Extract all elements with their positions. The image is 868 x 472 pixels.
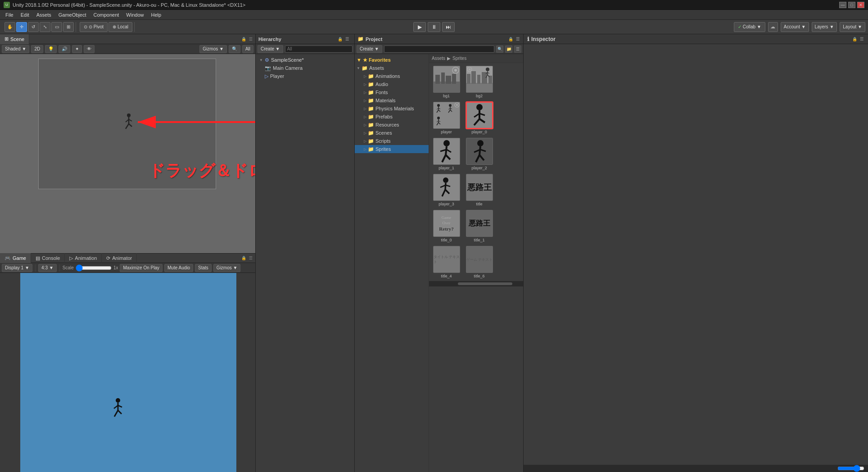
rotate-tool[interactable]: ↺ bbox=[28, 22, 39, 32]
tab-animation[interactable]: ▷ Animation bbox=[65, 253, 102, 263]
asset-title-4[interactable]: タイトル テキスト title_4 bbox=[432, 246, 461, 278]
hierarchy-menu-icon[interactable]: ☰ bbox=[344, 37, 350, 41]
tree-item-scripts[interactable]: ▷ 📁 Scripts bbox=[355, 137, 429, 145]
shaded-dropdown[interactable]: Shaded ▼ bbox=[2, 45, 29, 53]
gizmos-game-button[interactable]: Gizmos ▼ bbox=[213, 264, 241, 272]
filter-icon[interactable]: ☰ bbox=[514, 45, 521, 53]
scale-tool[interactable]: ⤡ bbox=[40, 22, 50, 32]
layout-dropdown[interactable]: Layout ▼ bbox=[840, 22, 865, 32]
scene-lock-icon[interactable]: 🔒 bbox=[240, 37, 247, 41]
tree-item-materials[interactable]: ▷ 📁 Materials bbox=[355, 96, 429, 104]
asset-title[interactable]: 悪路王 title bbox=[465, 174, 494, 206]
search-icon[interactable]: 🔍 bbox=[496, 45, 503, 53]
scale-value: 1x bbox=[113, 265, 118, 270]
scene-toolbar: Shaded ▼ 2D 💡 🔊 ✦ 👁 Gizmos ▼ 🔍 All bbox=[0, 44, 255, 54]
asset-player-1[interactable]: player_1 bbox=[432, 138, 461, 170]
cloud-button[interactable]: ☁ bbox=[768, 22, 778, 32]
asset-title-6[interactable]: ゲーム テキスト title_6 bbox=[465, 246, 494, 278]
menu-window[interactable]: Window bbox=[122, 11, 147, 18]
project-menu-icon[interactable]: ☰ bbox=[515, 37, 520, 41]
bottom-menu-icon[interactable]: ☰ bbox=[248, 256, 253, 260]
tree-item-physics-materials[interactable]: ▷ 📁 Physics Materials bbox=[355, 104, 429, 113]
gizmos-game-label: Gizmos ▼ bbox=[217, 265, 238, 270]
asset-title-1[interactable]: 悪路王 title_1 bbox=[465, 210, 494, 242]
layers-dropdown[interactable]: Layers ▼ bbox=[812, 22, 837, 32]
gizmos-button[interactable]: Gizmos ▼ bbox=[199, 45, 227, 53]
hierarchy-lock-icon[interactable]: 🔒 bbox=[337, 37, 344, 41]
move-tool[interactable]: ✛ bbox=[16, 22, 27, 32]
asset-bg1[interactable]: bg1 bbox=[432, 66, 461, 98]
project-create-btn[interactable]: Create ▼ bbox=[357, 45, 382, 53]
menu-component[interactable]: Component bbox=[90, 11, 122, 18]
menu-file[interactable]: File bbox=[2, 11, 17, 18]
asset-player-0[interactable]: player_0 bbox=[465, 102, 494, 134]
rect-tool[interactable]: ▭ bbox=[51, 22, 62, 32]
aspect-dropdown[interactable]: 4:3 ▼ bbox=[38, 264, 57, 272]
inspector-lock-icon[interactable]: 🔒 bbox=[851, 37, 858, 41]
2d-button[interactable]: 2D bbox=[31, 45, 43, 53]
tree-item-audio[interactable]: ▷ 📁 Audio bbox=[355, 80, 429, 88]
scene-view[interactable]: ドラッグ＆ドロップ bbox=[0, 54, 255, 253]
lighting-button[interactable]: 💡 bbox=[45, 45, 57, 53]
stats-button[interactable]: Stats bbox=[195, 264, 212, 272]
bottom-lock-icon[interactable]: 🔒 bbox=[240, 256, 247, 260]
asset-player-3[interactable]: player_3 bbox=[432, 174, 461, 206]
breadcrumb-sep: ▶ bbox=[447, 56, 451, 61]
inspector-menu-icon[interactable]: ☰ bbox=[859, 37, 864, 41]
maximize-button[interactable]: □ bbox=[848, 2, 855, 8]
assets-scrollbar[interactable] bbox=[429, 281, 523, 286]
project-search[interactable] bbox=[384, 45, 494, 53]
tree-item-assets[interactable]: ▼ 📁 Assets bbox=[355, 64, 429, 72]
scene-menu-icon[interactable]: ☰ bbox=[248, 37, 253, 41]
assets-breadcrumb: Assets ▶ Sprites bbox=[429, 54, 523, 63]
hierarchy-create-btn[interactable]: Create ▼ bbox=[258, 45, 283, 53]
step-button[interactable]: ⏭ bbox=[442, 22, 455, 32]
fx-button[interactable]: ✦ bbox=[72, 45, 82, 53]
tree-item-animations[interactable]: ▷ 📁 Animations bbox=[355, 72, 429, 80]
local-button[interactable]: ⊕ Local bbox=[108, 22, 132, 32]
inspector-zoom-slider[interactable] bbox=[837, 467, 864, 470]
hierarchy-item-samplescene[interactable]: ▼ ⚙ SampleScene* bbox=[256, 56, 354, 64]
scale-slider[interactable] bbox=[76, 265, 112, 271]
pivot-button[interactable]: ⊙ ⊙ Pivot bbox=[80, 22, 108, 32]
tree-item-fonts[interactable]: ▷ 📁 Fonts bbox=[355, 88, 429, 96]
game-view[interactable] bbox=[0, 273, 255, 472]
asset-bg2[interactable]: bg2 bbox=[465, 66, 494, 98]
tree-item-scenes[interactable]: ▷ 📁 Scenes bbox=[355, 129, 429, 137]
folder-icon-btn[interactable]: 📁 bbox=[505, 45, 512, 53]
hierarchy-search[interactable] bbox=[285, 45, 353, 53]
tree-item-resources[interactable]: ▷ 📁 Resources bbox=[355, 121, 429, 129]
menu-assets[interactable]: Assets bbox=[33, 11, 55, 18]
tab-game[interactable]: 🎮 Game bbox=[0, 253, 31, 263]
maximize-on-play[interactable]: Maximize On Play bbox=[120, 264, 163, 272]
tab-console[interactable]: ▤ Console bbox=[31, 253, 65, 263]
account-dropdown[interactable]: Account ▼ bbox=[781, 22, 809, 32]
minimize-button[interactable]: — bbox=[839, 2, 846, 8]
sprites-label: Sprites bbox=[375, 146, 391, 152]
menu-edit[interactable]: Edit bbox=[17, 11, 33, 18]
hierarchy-panel: Hierarchy 🔒 ☰ Create ▼ ▼ ⚙ SampleScene* … bbox=[256, 34, 355, 472]
hand-tool[interactable]: ✋ bbox=[5, 22, 15, 32]
tab-animator[interactable]: ⟳ Animator bbox=[102, 253, 137, 263]
collab-button[interactable]: ✓ Collab ▼ bbox=[734, 22, 765, 32]
search-button[interactable]: 🔍 bbox=[229, 45, 240, 53]
tree-item-prefabs[interactable]: ▷ 📁 Prefabs bbox=[355, 113, 429, 121]
scene-view-options[interactable]: 👁 bbox=[84, 45, 95, 53]
close-button[interactable]: ✕ bbox=[857, 2, 864, 8]
tree-item-sprites[interactable]: ▷ 📁 Sprites bbox=[355, 145, 429, 153]
asset-player-sheet[interactable]: player bbox=[432, 102, 461, 134]
pause-button[interactable]: ⏸ bbox=[428, 22, 440, 32]
menu-gameobject[interactable]: GameObject bbox=[55, 11, 90, 18]
tab-scene[interactable]: ⊞ Scene bbox=[0, 34, 29, 44]
menu-help[interactable]: Help bbox=[147, 11, 165, 18]
display-dropdown[interactable]: Display 1 ▼ bbox=[2, 264, 32, 272]
audio-button[interactable]: 🔊 bbox=[59, 45, 70, 53]
transform-tool[interactable]: ⊞ bbox=[63, 22, 74, 32]
project-lock-icon[interactable]: 🔒 bbox=[507, 37, 514, 41]
hierarchy-item-maincamera[interactable]: 📷 Main Camera bbox=[256, 64, 354, 72]
mute-audio[interactable]: Mute Audio bbox=[164, 264, 193, 272]
play-button[interactable]: ▶ bbox=[413, 22, 426, 32]
hierarchy-item-player[interactable]: ▷ Player bbox=[256, 72, 354, 80]
asset-title-0[interactable]: Game Over Retry? title_0 bbox=[432, 210, 461, 242]
asset-player-2[interactable]: player_2 bbox=[465, 138, 494, 170]
